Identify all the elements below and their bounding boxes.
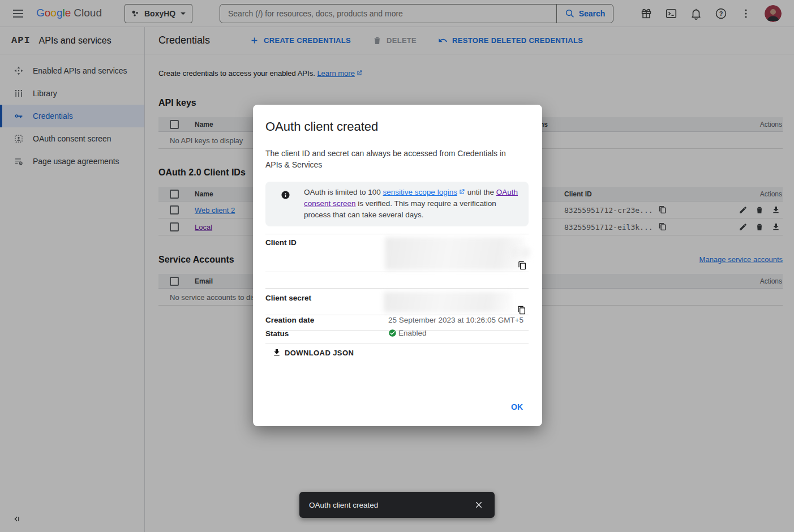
redacted-client-secret: [384, 292, 512, 312]
oauth-client-created-dialog: OAuth client created The client ID and s…: [253, 105, 542, 426]
divider: [265, 315, 529, 315]
status-label: Status: [265, 329, 289, 338]
dialog-title: OAuth client created: [265, 119, 378, 134]
status-value: Enabled: [398, 329, 427, 337]
download-json-label: DOWNLOAD JSON: [285, 349, 354, 357]
external-link-icon: [458, 188, 465, 195]
download-icon: [272, 348, 281, 357]
client-secret-label: Client secret: [265, 294, 311, 302]
redacted-client-id: [385, 237, 525, 270]
redacted-client-id: [512, 248, 530, 258]
creation-date-value: 25 September 2023 at 10:26:05 GMT+5: [388, 316, 523, 324]
creation-date-label: Creation date: [265, 316, 314, 324]
download-json-button[interactable]: DOWNLOAD JSON: [272, 348, 354, 357]
divider: [265, 344, 529, 344]
snackbar-message: OAuth client created: [309, 501, 474, 509]
dialog-subtitle: The client ID and secret can always be a…: [265, 148, 518, 170]
sensitive-scope-logins-link[interactable]: sensitive scope logins: [383, 188, 457, 196]
ok-button[interactable]: OK: [504, 398, 530, 416]
notice-box: OAuth is limited to 100 sensitive scope …: [265, 182, 529, 226]
divider: [265, 272, 529, 272]
client-id-label: Client ID: [265, 238, 297, 247]
divider: [265, 288, 529, 289]
copy-client-id-icon[interactable]: [518, 261, 527, 270]
check-circle-icon: [388, 329, 397, 337]
status-badge: Enabled: [388, 329, 427, 337]
snackbar: OAuth client created: [299, 492, 495, 518]
divider: [265, 234, 529, 234]
copy-client-secret-icon[interactable]: [517, 306, 526, 315]
info-icon: [281, 190, 290, 200]
notice-text: OAuth is limited to 100 sensitive scope …: [304, 187, 520, 221]
close-icon[interactable]: [474, 500, 483, 509]
